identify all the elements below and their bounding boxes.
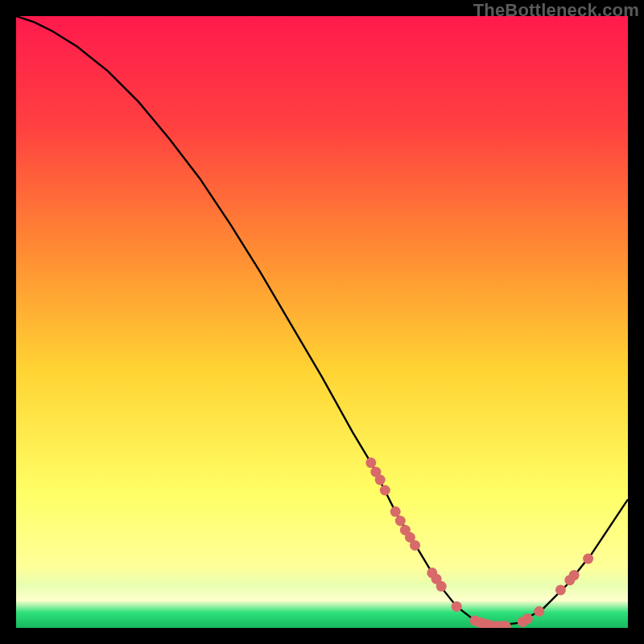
data-point — [365, 457, 376, 468]
watermark-text: TheBottleneck.com — [473, 0, 639, 21]
data-point — [390, 506, 401, 517]
bottleneck-chart — [16, 16, 628, 628]
plot-background — [16, 16, 628, 628]
data-point — [452, 601, 462, 612]
data-point — [375, 475, 386, 485]
data-point — [569, 570, 580, 580]
data-point — [395, 516, 406, 526]
data-point — [555, 584, 566, 595]
data-point — [436, 581, 447, 592]
data-point — [410, 540, 420, 551]
data-point — [534, 606, 544, 617]
data-point — [522, 613, 533, 624]
data-point — [583, 554, 593, 564]
data-point — [380, 485, 390, 496]
